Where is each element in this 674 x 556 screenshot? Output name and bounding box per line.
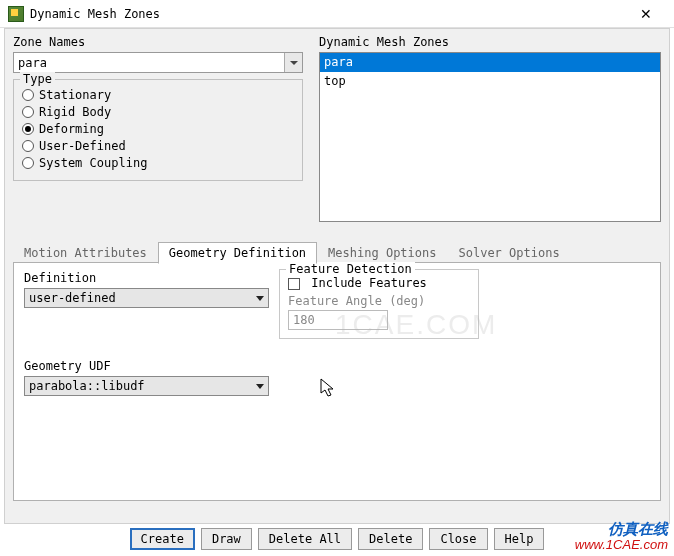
radio-icon <box>22 123 34 135</box>
zone-names-dropdown[interactable]: para <box>13 52 303 73</box>
definition-value: user-defined <box>29 291 116 305</box>
chevron-down-icon[interactable] <box>284 53 302 72</box>
watermark: 仿真在线 www.1CAE.com <box>575 521 668 552</box>
radio-stationary[interactable]: Stationary <box>22 87 294 103</box>
delete-button[interactable]: Delete <box>358 528 423 550</box>
chevron-down-icon[interactable] <box>252 289 268 307</box>
checkbox-icon <box>288 278 300 290</box>
tab-solver-options[interactable]: Solver Options <box>447 242 570 263</box>
definition-label: Definition <box>24 271 279 285</box>
radio-icon <box>22 140 34 152</box>
close-button[interactable]: Close <box>429 528 487 550</box>
help-button[interactable]: Help <box>494 528 545 550</box>
radio-rigid-body[interactable]: Rigid Body <box>22 104 294 120</box>
tab-panel: Definition user-defined Feature Detectio… <box>13 263 661 501</box>
geometry-udf-dropdown[interactable]: parabola::libudf <box>24 376 269 396</box>
button-bar: Create Draw Delete All Delete Close Help <box>0 528 674 550</box>
app-icon <box>8 6 24 22</box>
titlebar: Dynamic Mesh Zones ✕ <box>0 0 674 28</box>
feature-legend: Feature Detection <box>286 262 415 276</box>
list-item[interactable]: top <box>320 72 660 91</box>
geometry-udf-label: Geometry UDF <box>24 359 650 373</box>
feature-detection-group: Feature Detection Include Features Featu… <box>279 269 479 339</box>
feature-angle-label: Feature Angle (deg) <box>288 294 470 308</box>
list-item[interactable]: para <box>320 53 660 72</box>
tab-geometry-definition[interactable]: Geometry Definition <box>158 242 317 264</box>
zone-names-label: Zone Names <box>13 35 313 49</box>
content-area: Zone Names para Type Stationary Rigid Bo… <box>4 28 670 524</box>
watermark-cn: 仿真在线 <box>575 521 668 538</box>
close-icon[interactable]: ✕ <box>626 6 666 22</box>
chevron-down-icon[interactable] <box>252 377 268 395</box>
zone-names-value: para <box>18 56 47 70</box>
include-features-checkbox[interactable]: Include Features <box>288 276 470 290</box>
type-groupbox: Type Stationary Rigid Body Deforming Use… <box>13 79 303 181</box>
delete-all-button[interactable]: Delete All <box>258 528 352 550</box>
definition-dropdown[interactable]: user-defined <box>24 288 269 308</box>
radio-icon <box>22 157 34 169</box>
radio-icon <box>22 106 34 118</box>
tab-meshing-options[interactable]: Meshing Options <box>317 242 447 263</box>
radio-system-coupling[interactable]: System Coupling <box>22 155 294 171</box>
zones-listbox[interactable]: para top <box>319 52 661 222</box>
tab-motion-attributes[interactable]: Motion Attributes <box>13 242 158 263</box>
radio-icon <box>22 89 34 101</box>
geometry-udf-value: parabola::libudf <box>29 379 145 393</box>
type-legend: Type <box>20 72 55 86</box>
tabs: Motion Attributes Geometry Definition Me… <box>13 241 661 263</box>
zones-list-label: Dynamic Mesh Zones <box>319 35 661 49</box>
watermark-url: www.1CAE.com <box>575 538 668 552</box>
radio-deforming[interactable]: Deforming <box>22 121 294 137</box>
feature-angle-input[interactable]: 180 <box>288 310 388 330</box>
radio-user-defined[interactable]: User-Defined <box>22 138 294 154</box>
window-title: Dynamic Mesh Zones <box>30 7 626 21</box>
draw-button[interactable]: Draw <box>201 528 252 550</box>
create-button[interactable]: Create <box>130 528 195 550</box>
